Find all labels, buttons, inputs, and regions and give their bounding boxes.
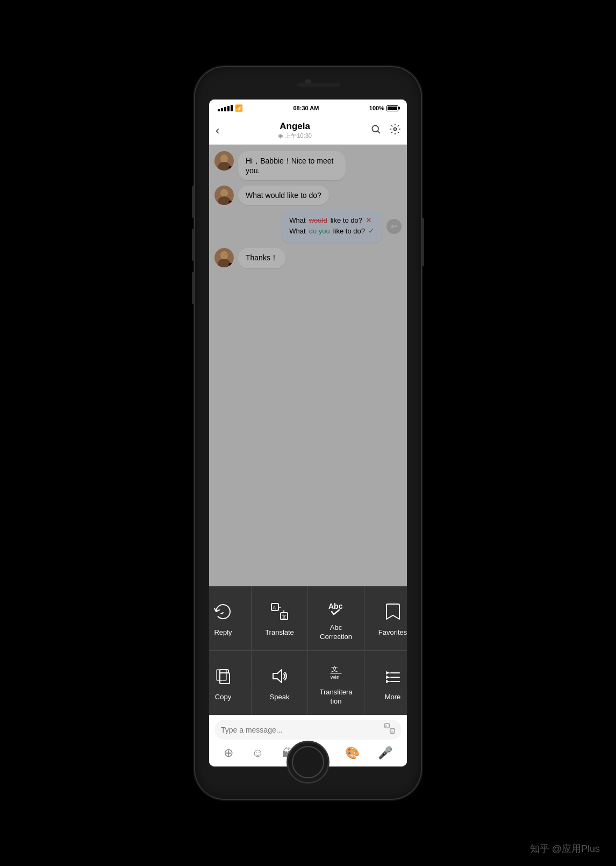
input-row: A 文 (214, 720, 402, 740)
status-bar: 📶 08:30 AM 100% (209, 100, 407, 117)
settings-icon[interactable] (390, 124, 400, 137)
reply-icon (213, 602, 233, 624)
svg-text:wén: wén (330, 675, 340, 680)
menu-item-reply[interactable]: Reply (209, 586, 252, 651)
message-text-1: Hi，Babbie！Nice to meet you. (246, 157, 333, 175)
menu-item-transliteration[interactable]: 文 wén Transliteration (308, 651, 364, 715)
battery-percent: 100% (369, 105, 384, 111)
message-row-4: 🇩🇪 Thanks！ (214, 248, 402, 268)
context-menu: Reply A 文 (209, 586, 407, 715)
check-icon: ✓ (368, 226, 375, 235)
translate-icon: A 文 (270, 602, 289, 624)
svg-text:Abc: Abc (328, 602, 343, 611)
search-icon[interactable] (370, 124, 381, 137)
contact-name: Angela (219, 121, 370, 132)
menu-label-reply: Reply (214, 628, 232, 637)
watermark: 知乎 @应用Plus (530, 842, 600, 855)
message-input[interactable] (221, 726, 384, 734)
svg-text:A: A (273, 605, 276, 611)
svg-text:A: A (385, 725, 388, 728)
message-row-3: ↩ What would like to do? ✕ What do you l… (214, 210, 402, 243)
screen: 📶 08:30 AM 100% ‹ Angela ◉ 上午10:30 (209, 100, 407, 766)
avatar-1: 🇩🇪 (214, 151, 234, 171)
battery-icon (386, 105, 398, 111)
menu-grid: Reply A 文 (209, 586, 407, 715)
signal-dots (218, 105, 233, 111)
menu-label-speak: Speak (270, 693, 290, 702)
dot5 (231, 105, 233, 111)
header-icons (370, 124, 400, 137)
message-text-4: Thanks！ (246, 253, 278, 262)
menu-label-copy: Copy (215, 693, 231, 702)
svg-text:🇩🇪: 🇩🇪 (228, 200, 234, 205)
home-button-inner (292, 746, 324, 778)
header-center: Angela ◉ 上午10:30 (219, 121, 370, 140)
message-row-1: 🇩🇪 Hi，Babbie！Nice to meet you. (214, 151, 402, 180)
menu-label-favorites: Favorites (378, 628, 407, 637)
strikethrough-word: would (309, 216, 327, 224)
svg-rect-23 (217, 670, 226, 680)
svg-line-1 (378, 131, 380, 133)
svg-point-2 (394, 128, 397, 131)
menu-label-more: More (385, 693, 401, 702)
svg-rect-22 (220, 673, 230, 684)
correction-wrong-line: What would like to do? ✕ (289, 216, 375, 224)
reply-arrow: ↩ (386, 219, 402, 234)
svg-text:🇩🇪: 🇩🇪 (228, 165, 234, 171)
more-icon (383, 666, 403, 688)
menu-item-more[interactable]: More (364, 651, 407, 715)
phone-top (195, 67, 421, 97)
svg-text:🇩🇪: 🇩🇪 (228, 262, 234, 267)
message-row-2: 🇩🇪 What would like to do? (214, 186, 402, 205)
contact-status: ◉ 上午10:30 (219, 132, 370, 140)
correction-icon: Abc (326, 597, 346, 619)
dot3 (224, 107, 226, 111)
battery-fill (388, 107, 397, 110)
status-time: 08:30 AM (293, 105, 319, 111)
svg-text:文: 文 (391, 730, 393, 733)
correction-suffix-2: like to do? (333, 227, 365, 235)
toolbar-add-icon[interactable]: ⊕ (224, 746, 233, 760)
menu-item-copy[interactable]: Copy (209, 651, 252, 715)
speak-icon (270, 666, 289, 688)
favorites-icon (383, 602, 403, 624)
message-bubble-4: Thanks！ (238, 248, 285, 268)
avatar-face-1: 🇩🇪 (214, 151, 234, 171)
message-bubble-1: Hi，Babbie！Nice to meet you. (238, 151, 346, 180)
phone-shell: 📶 08:30 AM 100% ‹ Angela ◉ 上午10:30 (195, 67, 421, 799)
toolbar-sticker-icon[interactable]: 🎨 (345, 746, 360, 760)
dot2 (221, 108, 223, 111)
wifi-icon: 📶 (235, 104, 243, 112)
avatar-4: 🇩🇪 (214, 248, 234, 267)
toolbar-mic-icon[interactable]: 🎤 (378, 746, 392, 760)
svg-point-0 (372, 125, 378, 132)
svg-point-8 (220, 189, 228, 197)
svg-point-4 (220, 154, 228, 163)
menu-label-translate: Translate (265, 628, 294, 637)
menu-label-correction: AbcCorrection (320, 623, 352, 642)
menu-label-transliteration: Transliteration (320, 688, 353, 706)
home-button[interactable] (286, 741, 330, 784)
speaker (297, 83, 340, 87)
correction-prefix-2: What (289, 227, 305, 235)
dot4 (227, 106, 230, 111)
correction-prefix-1: What (289, 216, 305, 224)
menu-item-correction[interactable]: Abc AbcCorrection (308, 586, 364, 651)
chat-header: ‹ Angela ◉ 上午10:30 (209, 117, 407, 145)
message-bubble-2: What would like to do? (238, 186, 329, 205)
page-wrapper: 知乎 @应用Plus 📶 (0, 0, 616, 866)
menu-item-translate[interactable]: A 文 Translate (252, 586, 308, 651)
menu-item-speak[interactable]: Speak (252, 651, 308, 715)
cross-icon: ✕ (366, 216, 372, 224)
copy-icon (213, 666, 233, 688)
correction-suffix-1: like to do? (331, 216, 362, 224)
correction-bubble: What would like to do? ✕ What do you lik… (282, 210, 382, 243)
battery-area: 100% (369, 105, 398, 111)
message-text-2: What would like to do? (246, 191, 321, 200)
toolbar-emoji-icon[interactable]: ☺ (252, 746, 263, 760)
translate-input-icon[interactable]: A 文 (384, 723, 395, 736)
menu-item-favorites[interactable]: Favorites (364, 586, 407, 651)
back-button[interactable]: ‹ (216, 124, 219, 138)
correction-correct-line: What do you like to do? ✓ (289, 226, 375, 235)
signal-area: 📶 (218, 104, 243, 112)
